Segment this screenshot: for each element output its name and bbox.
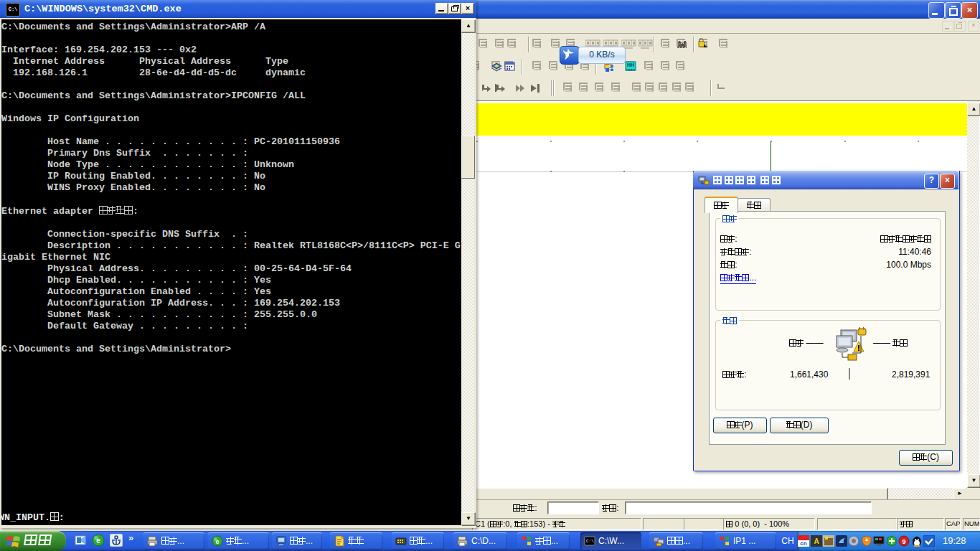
svg-text:C:\: C:\	[586, 539, 594, 544]
svg-text:cn: cn	[800, 540, 806, 547]
svg-text:e: e	[215, 538, 219, 545]
svg-text:9: 9	[902, 538, 905, 545]
svg-text:e: e	[96, 537, 100, 545]
svg-text:roan: roan	[626, 67, 635, 72]
svg-text:HH: HH	[627, 62, 634, 67]
svg-text:A: A	[814, 537, 819, 545]
